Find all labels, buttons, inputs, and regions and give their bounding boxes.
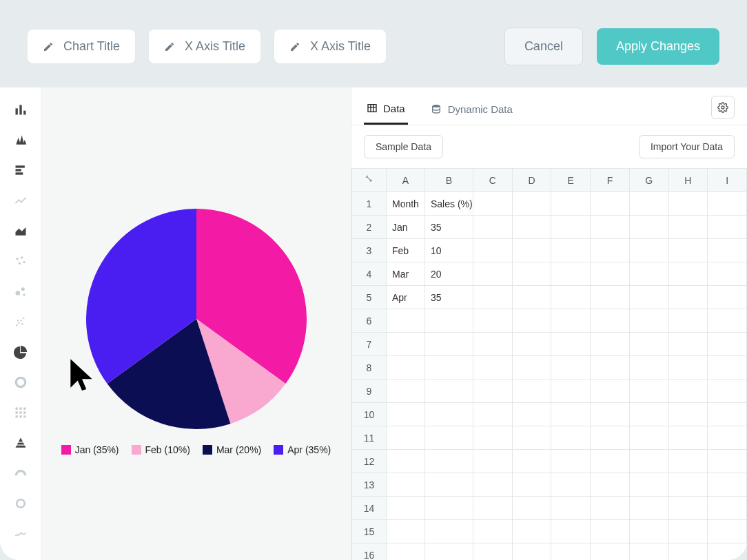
cell[interactable] [551,216,591,239]
select-all-corner[interactable] [352,169,387,192]
cell[interactable] [551,380,591,403]
cell[interactable] [551,356,591,380]
row-header[interactable]: 11 [352,426,387,450]
cell[interactable] [591,333,630,356]
area-chart-icon[interactable] [8,218,33,243]
cell[interactable] [512,216,551,239]
cell[interactable] [551,543,591,561]
column-header[interactable]: F [591,169,630,192]
cell[interactable] [473,380,513,403]
column-header[interactable]: B [425,169,473,192]
cell[interactable]: Sales (%) [425,192,473,216]
cell[interactable] [591,239,630,262]
tab-data[interactable]: Data [364,97,408,125]
cell[interactable] [387,403,425,426]
cell[interactable]: 20 [425,262,473,286]
cell[interactable] [387,356,425,380]
cell[interactable] [591,309,630,333]
cell[interactable] [708,450,747,473]
cell[interactable] [591,380,630,403]
cell[interactable] [473,473,513,497]
row-header[interactable]: 8 [352,356,387,380]
cell[interactable] [551,426,591,450]
cell[interactable] [591,216,630,239]
cell[interactable] [591,356,630,380]
cell[interactable] [668,520,708,543]
row-header[interactable]: 13 [352,473,387,497]
spreadsheet[interactable]: ABCDEFGHI1MonthSales (%)2Jan353Feb104Mar… [351,168,747,560]
cell[interactable] [425,333,473,356]
cell[interactable] [629,403,668,426]
cell[interactable] [591,403,630,426]
cell[interactable] [629,356,668,380]
cell[interactable] [551,192,591,216]
cell[interactable] [551,450,591,473]
cell[interactable] [629,192,668,216]
line-chart-icon[interactable] [8,188,33,213]
cell[interactable] [591,473,630,497]
scatter-icon[interactable] [8,249,33,273]
cell[interactable] [668,543,708,561]
cell[interactable] [629,473,668,497]
cell[interactable] [629,262,668,286]
cell[interactable] [708,262,747,286]
cell[interactable] [387,473,425,497]
x-axis-title-input[interactable]: X Axis Title [149,30,260,63]
cell[interactable] [668,473,708,497]
cell[interactable] [629,450,668,473]
cell[interactable] [425,497,473,520]
cell[interactable] [708,309,747,333]
row-header[interactable]: 10 [352,403,387,426]
chart-title-input[interactable]: Chart Title [28,30,135,63]
cell[interactable] [512,380,551,403]
cell[interactable] [512,543,551,561]
cell[interactable] [387,543,425,561]
cell[interactable] [512,473,551,497]
cell[interactable] [512,309,551,333]
cell[interactable] [668,497,708,520]
x-axis-title-input-2[interactable]: X Axis Title [274,30,386,63]
cell[interactable] [668,450,708,473]
cell[interactable] [512,520,551,543]
horizontal-bar-icon[interactable] [8,158,33,183]
cell[interactable] [551,520,591,543]
cell[interactable] [551,239,591,262]
cell[interactable]: Feb [387,239,425,262]
cell[interactable] [629,309,668,333]
cell[interactable] [473,497,513,520]
cell[interactable] [512,426,551,450]
ring-icon[interactable] [8,491,33,516]
cell[interactable] [591,497,630,520]
sample-data-button[interactable]: Sample Data [364,135,443,158]
cell[interactable] [668,309,708,333]
cell[interactable] [708,543,747,561]
cell[interactable] [512,192,551,216]
cell[interactable] [629,239,668,262]
cell[interactable] [708,286,747,309]
cell[interactable] [668,216,708,239]
cell[interactable] [512,286,551,309]
row-header[interactable]: 2 [352,216,387,239]
cell[interactable] [708,497,747,520]
cell[interactable] [473,520,513,543]
cell[interactable] [629,520,668,543]
column-header[interactable]: E [551,169,591,192]
cell[interactable] [473,309,513,333]
row-header[interactable]: 3 [352,239,387,262]
column-header[interactable]: D [512,169,551,192]
cell[interactable] [591,520,630,543]
cell[interactable] [425,309,473,333]
cell[interactable] [668,380,708,403]
pyramid-icon[interactable] [8,431,33,455]
cell[interactable] [551,497,591,520]
cell[interactable] [668,239,708,262]
cell[interactable] [473,262,513,286]
row-header[interactable]: 6 [352,309,387,333]
cell[interactable]: 35 [425,216,473,239]
cell[interactable] [473,543,513,561]
cell[interactable] [473,192,513,216]
cell[interactable] [551,286,591,309]
cell[interactable] [551,262,591,286]
cell[interactable] [387,520,425,543]
cell[interactable] [708,520,747,543]
